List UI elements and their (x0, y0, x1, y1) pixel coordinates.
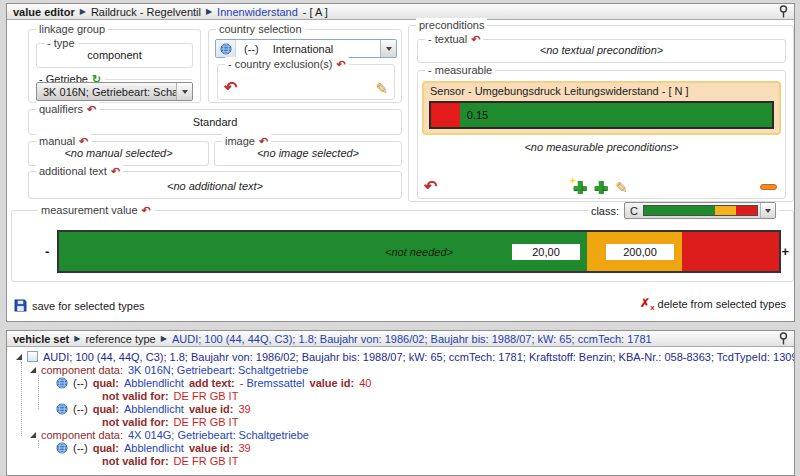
tree-connector (21, 362, 22, 436)
pin-icon[interactable] (779, 332, 788, 345)
sensor-value: 0.15 (467, 109, 488, 121)
upper-limit-input[interactable]: 200,00 (603, 241, 677, 263)
pencil-icon[interactable]: ✎ (615, 180, 628, 195)
expand-icon[interactable] (30, 367, 36, 373)
chevron-down-icon (176, 83, 192, 100)
measurement-range-bar: <not needed> 20,00 200,00 (57, 230, 781, 273)
value-id: 40 (359, 377, 371, 389)
breadcrumb-leaf: AUDI; 100 (44, 44Q, C3); 1.8; Baujahr vo… (172, 333, 652, 345)
not-valid-label: not valid for: (102, 455, 169, 467)
qualifiers-box: qualifiers ↶ Standard (28, 109, 402, 135)
country-code: (--) (73, 403, 88, 415)
not-valid-label: not valid for: (102, 416, 169, 428)
undo-icon[interactable]: ↶ (337, 59, 346, 70)
save-button[interactable]: save for selected types (14, 299, 145, 312)
expand-icon[interactable] (30, 432, 36, 438)
measurement-value-label: measurement value (41, 204, 138, 216)
type-label: - type (47, 37, 75, 49)
measurable-empty-text: <no measurable preconditions> (418, 141, 785, 153)
undo-icon[interactable]: ↶ (87, 104, 96, 115)
tree-not-valid-row: not valid for: DE FR GB IT (7, 389, 794, 402)
save-label: save for selected types (32, 300, 145, 312)
component-data-label: component data: (41, 429, 123, 441)
undo-icon[interactable]: ↶ (142, 205, 151, 216)
tree-not-valid-row: not valid for: DE FR GB IT (7, 454, 794, 467)
getriebe-dropdown-value: 3K 016N; Getriebeart: Schaltgetriebe (37, 86, 176, 98)
type-value: component (37, 49, 192, 61)
expand-icon[interactable] (16, 354, 22, 360)
sensor-range-bar: 0.15 (429, 101, 774, 129)
pin-icon[interactable] (779, 5, 788, 18)
add-text-value: - Bremssattel (240, 377, 305, 389)
value-id-label: value id: (189, 403, 234, 415)
linkage-group-box: linkage group - type component - Getrieb… (28, 29, 201, 103)
value-id-label: value id: (310, 377, 355, 389)
delete-button[interactable]: ✗x delete from selected types (640, 297, 786, 312)
breadcrumb-arrow-icon: ▶ (80, 8, 86, 16)
tree-qual-row[interactable]: (--) qual: Abblendlicht add text: - Brem… (7, 376, 794, 389)
component-data-label: component data: (41, 364, 123, 376)
value-id: 39 (239, 442, 251, 454)
undo-icon[interactable]: ↶ (424, 179, 437, 195)
tree-qual-row[interactable]: (--) qual: Abblendlicht value id: 39 (7, 402, 794, 415)
country-code: (--) (73, 442, 88, 454)
value-editor-body: linkage group - type component - Getrieb… (7, 20, 794, 321)
delete-label: delete from selected types (658, 298, 786, 310)
value-editor-header: value editor ▶ Raildruck - Regelventil ▶… (7, 4, 794, 20)
country-selection-box: country selection (--) International - c… (208, 29, 402, 103)
getriebe-dropdown[interactable]: 3K 016N; Getriebeart: Schaltgetriebe (36, 82, 193, 101)
range-plus-label: + (781, 244, 789, 259)
manual-value: <no manual selected> (29, 147, 208, 159)
sensor-precondition-item[interactable]: Sensor - Umgebungsdruck Leitungswidersta… (422, 81, 781, 135)
value-id: 39 (239, 403, 251, 415)
undo-icon[interactable]: ↶ (79, 136, 88, 147)
panel-title: value editor (13, 6, 75, 18)
remove-icon[interactable] (760, 184, 777, 190)
breadcrumb-suffix: - [ A ] (303, 6, 328, 18)
undo-icon[interactable]: ↶ (471, 34, 480, 45)
tree-root-row[interactable]: AUDI; 100 (44, 44Q, C3); 1.8; Baujahr vo… (7, 350, 794, 363)
globe-icon (216, 40, 236, 57)
breadcrumb-arrow-icon: ▶ (206, 8, 212, 16)
undo-icon[interactable]: ↶ (259, 136, 268, 147)
component-data-value: 4X 014G; Getriebeart: Schaltgetriebe (128, 429, 309, 441)
pencil-icon[interactable]: ✎ (375, 81, 388, 96)
tree-qual-row[interactable]: (--) qual: Abblendlicht value id: 39 (7, 441, 794, 454)
breadcrumb-arrow-icon: ▶ (161, 335, 167, 343)
qualifiers-value: Standard (29, 116, 401, 128)
not-valid-value: DE FR GB IT (174, 390, 239, 402)
undo-icon[interactable]: ↶ (111, 166, 120, 177)
sensor-red-segment (431, 103, 460, 127)
vehicle-tree: AUDI; 100 (44, 44Q, C3); 1.8; Baujahr vo… (7, 347, 794, 475)
lower-limit-input[interactable]: 20,00 (509, 241, 583, 263)
tree-component-row[interactable]: component data: 3K 016N; Getriebeart: Sc… (7, 363, 794, 376)
additional-text-box: additional text ↶ <no additional text> (28, 171, 402, 199)
add-text-label: add text: (189, 377, 235, 389)
add-special-icon[interactable] (573, 181, 586, 194)
value-editor-panel: value editor ▶ Raildruck - Regelventil ▶… (6, 3, 795, 322)
vehicle-root-text: AUDI; 100 (44, 44Q, C3); 1.8; Baujahr vo… (43, 351, 794, 363)
chevron-down-icon (380, 40, 396, 57)
country-exclusion-label: - country exclusion(s) (228, 58, 333, 70)
add-icon[interactable] (594, 181, 607, 194)
vehicle-set-header: vehicle set ▶ reference type ▶ AUDI; 100… (7, 331, 794, 347)
image-value: <no image selected> (215, 147, 401, 159)
tree-connector (38, 375, 39, 409)
vehicle-set-panel: vehicle set ▶ reference type ▶ AUDI; 100… (6, 330, 795, 476)
chevron-down-icon (760, 203, 775, 218)
qual-value: Abblendlicht (124, 403, 184, 415)
breadcrumb-mid: reference type (85, 333, 155, 345)
country-exclusion-box: - country exclusion(s) ↶ ↶ ✎ (217, 64, 395, 100)
country-code: (--) (236, 43, 267, 55)
undo-icon[interactable]: ↶ (224, 80, 237, 96)
value-id-label: value id: (189, 442, 234, 454)
tree-component-row[interactable]: component data: 4X 014G; Getriebeart: Sc… (7, 428, 794, 441)
not-valid-value: DE FR GB IT (174, 416, 239, 428)
qual-label: qual: (93, 442, 119, 454)
additional-text-value: <no additional text> (29, 180, 401, 192)
country-dropdown[interactable]: (--) International (215, 39, 397, 58)
class-dropdown[interactable]: C (624, 202, 776, 219)
vehicle-checkbox[interactable] (27, 351, 38, 362)
class-color-bar (643, 205, 758, 216)
breadcrumb-arrow-icon: ▶ (74, 335, 80, 343)
